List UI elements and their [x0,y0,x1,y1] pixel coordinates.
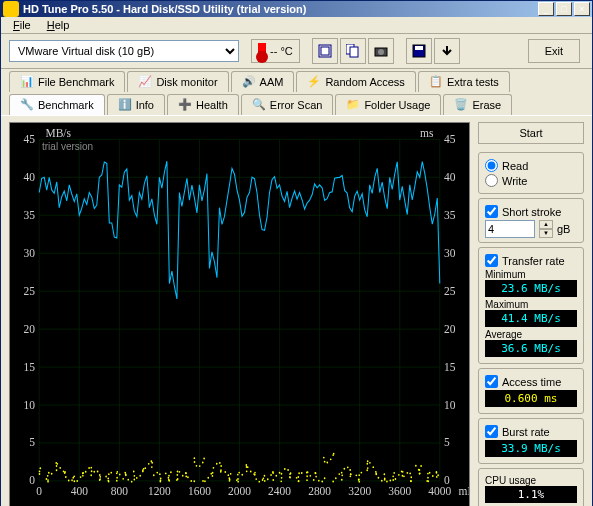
svg-text:2400: 2400 [268,483,291,498]
tab-aam[interactable]: 🔊AAM [231,71,295,92]
svg-point-185 [241,474,243,476]
svg-text:20: 20 [444,321,455,336]
svg-point-197 [264,475,266,477]
svg-point-296 [427,477,429,479]
app-icon [3,1,19,17]
svg-text:15: 15 [24,359,35,374]
copy-info-button[interactable] [312,38,338,64]
svg-point-131 [151,466,153,468]
write-radio[interactable] [485,174,498,187]
transfer-rate-checkbox[interactable] [485,254,498,267]
svg-point-243 [341,472,343,474]
svg-point-162 [202,480,204,482]
screenshot-button[interactable] [368,38,394,64]
svg-point-155 [193,480,195,482]
start-button[interactable]: Start [478,122,584,144]
close-button[interactable]: × [574,2,590,16]
svg-point-207 [281,473,283,475]
tab-benchmark[interactable]: 🔧Benchmark [9,94,105,115]
mode-panel: Read Write [478,152,584,194]
svg-point-64 [39,473,41,475]
access-time-checkbox[interactable] [485,375,498,388]
short-stroke-checkbox[interactable] [485,205,498,218]
svg-point-163 [204,480,206,482]
svg-point-229 [314,472,316,474]
svg-point-257 [361,472,363,474]
svg-rect-3 [350,47,358,57]
svg-point-193 [254,474,256,476]
tab-extra-tests[interactable]: 📋Extra tests [418,71,510,92]
erase-icon: 🗑️ [454,98,468,112]
svg-point-169 [216,463,218,465]
svg-point-184 [238,472,240,474]
svg-text:45: 45 [24,131,35,146]
menu-file[interactable]: File [5,17,39,33]
tab-file-benchmark[interactable]: 📊File Benchmark [9,71,125,92]
tab-random-access[interactable]: ⚡Random Access [296,71,415,92]
svg-text:1600: 1600 [188,483,211,498]
stroke-size-input[interactable] [485,220,535,238]
svg-text:2000: 2000 [228,483,251,498]
tab-disk-monitor[interactable]: 📈Disk monitor [127,71,228,92]
maximum-value: 41.4 MB/s [485,310,577,327]
minimize-button[interactable]: _ [538,2,554,16]
tab-health[interactable]: ➕Health [167,94,239,115]
stroke-spin-up[interactable]: ▲ [539,220,553,229]
svg-point-277 [395,478,397,480]
svg-text:25: 25 [24,283,35,298]
svg-point-295 [427,480,429,482]
svg-point-302 [436,471,438,473]
svg-point-150 [185,475,187,477]
svg-point-177 [229,480,231,482]
svg-point-216 [296,477,298,479]
random-access-icon: ⚡ [307,75,321,89]
drive-selector[interactable]: VMware Virtual disk (10 gB) [9,40,239,62]
tab-info[interactable]: ℹ️Info [107,94,165,115]
svg-text:ms: ms [420,125,434,140]
svg-point-182 [237,478,239,480]
benchmark-chart: 0055101015152020252530303535404045450400… [9,122,470,506]
save-button[interactable] [406,38,432,64]
svg-text:45: 45 [444,131,455,146]
tab-error-scan[interactable]: 🔍Error Scan [241,94,334,115]
svg-text:10: 10 [24,397,35,412]
tab-erase[interactable]: 🗑️Erase [443,94,512,115]
copy-screenshot-button[interactable] [340,38,366,64]
svg-point-5 [378,49,384,55]
svg-text:5: 5 [444,435,450,450]
stroke-spinner: ▲ ▼ [539,220,553,238]
svg-point-71 [51,473,53,475]
maximize-button[interactable]: □ [556,2,572,16]
svg-point-105 [107,477,109,479]
svg-point-95 [90,474,92,476]
exit-button[interactable]: Exit [528,39,580,63]
svg-point-106 [108,473,110,475]
short-stroke-panel: Short stroke ▲ ▼ gB [478,198,584,243]
svg-point-271 [384,478,386,480]
svg-point-137 [160,480,162,482]
svg-point-70 [48,472,50,474]
svg-point-122 [136,477,138,479]
svg-rect-1 [321,47,329,55]
svg-point-192 [254,472,256,474]
svg-point-233 [324,477,326,479]
svg-point-250 [349,475,351,477]
read-radio[interactable] [485,159,498,172]
load-button[interactable] [434,38,460,64]
svg-point-231 [318,480,320,482]
content-area: 0055101015152020252530303535404045450400… [1,115,592,506]
svg-point-248 [349,469,351,471]
svg-point-274 [392,475,394,477]
svg-point-108 [116,480,118,482]
svg-point-195 [258,481,260,483]
menu-help[interactable]: Help [39,17,78,33]
burst-rate-checkbox[interactable] [485,425,498,438]
svg-point-219 [297,476,299,478]
svg-point-208 [281,477,283,479]
disk-monitor-icon: 📈 [138,75,152,89]
svg-point-280 [402,471,404,473]
svg-point-291 [419,473,421,475]
stroke-spin-down[interactable]: ▼ [539,229,553,238]
svg-point-128 [148,463,150,465]
tab-folder-usage[interactable]: 📁Folder Usage [335,94,441,115]
